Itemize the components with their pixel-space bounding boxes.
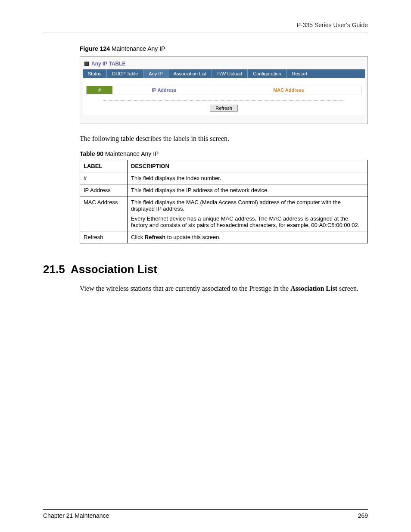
section-number: 21.5 [43, 263, 65, 276]
section-title: Association List [71, 263, 157, 276]
cell-desc: This field displays the MAC (Media Acces… [128, 196, 368, 231]
figure-caption: Figure 124 Maintenance Any IP [80, 45, 368, 52]
th-label: LABEL [80, 160, 128, 172]
header-guide-title: P-335 Series User's Guide [43, 22, 368, 28]
header-rule [43, 32, 368, 32]
table-caption-text: Maintenance Any IP [103, 150, 159, 157]
tab-any-ip[interactable]: Any IP [143, 69, 168, 78]
col-index: # [87, 86, 112, 94]
th-description: DESCRIPTION [128, 160, 368, 172]
cell-desc: Click Refresh to update this screen. [128, 231, 368, 243]
table-row: MAC Address This field displays the MAC … [80, 196, 368, 231]
tab-dhcp-table[interactable]: DHCP Table [107, 69, 143, 78]
figure-caption-number: Figure 124 [80, 45, 110, 52]
section-body: View the wireless stations that are curr… [80, 285, 368, 292]
bullet-icon [84, 62, 89, 66]
table-caption: Table 90 Maintenance Any IP [80, 150, 368, 157]
text-span: Click [131, 234, 145, 240]
table-row: # This field displays the index number. [80, 172, 368, 184]
col-ip-address: IP Address [112, 86, 216, 94]
tab-fw-upload[interactable]: F/W Upload [212, 69, 248, 78]
tab-configuration[interactable]: Configuration [248, 69, 286, 78]
intro-paragraph: The following table describes the labels… [80, 135, 368, 143]
cell-desc-p: This field displays the MAC (Media Acces… [131, 199, 364, 212]
text-span: screen. [337, 285, 358, 292]
cell-desc: This field displays the index number. [128, 172, 368, 184]
table-caption-number: Table 90 [80, 150, 103, 157]
text-bold: Refresh [145, 234, 165, 240]
cell-label: # [80, 172, 128, 184]
footer-chapter: Chapter 21 Maintenance [43, 512, 109, 519]
cell-desc-p: Click Refresh to update this screen. [131, 234, 364, 240]
page-footer: Chapter 21 Maintenance 269 [43, 509, 368, 519]
col-mac-address: MAC Address [216, 86, 361, 94]
section-heading: 21.5 Association List [43, 263, 368, 276]
footer-rule [43, 509, 368, 510]
figure-panel-title: Any IP TABLE [91, 61, 126, 67]
tab-restart[interactable]: Restart [287, 69, 365, 78]
cell-label: Refresh [80, 231, 128, 243]
footer-page-number: 269 [358, 512, 368, 519]
figure-column-headers: # IP Address MAC Address [86, 86, 361, 94]
text-bold: Association List [290, 285, 337, 292]
tab-status[interactable]: Status [83, 69, 107, 78]
tab-association-list[interactable]: Association List [168, 69, 212, 78]
table-row: IP Address This field displays the IP ad… [80, 184, 368, 196]
cell-desc-p: Every Ethernet device has a unique MAC a… [131, 215, 364, 228]
figure-caption-text: Maintenance Any IP [110, 45, 165, 52]
text-span: View the wireless stations that are curr… [80, 285, 290, 292]
description-table: LABEL DESCRIPTION # This field displays … [80, 160, 368, 243]
refresh-button[interactable]: Refresh [210, 105, 238, 112]
dotted-separator [103, 100, 344, 101]
cell-label: IP Address [80, 184, 128, 196]
cell-label: MAC Address [80, 196, 128, 231]
figure-tabs: Status DHCP Table Any IP Association Lis… [83, 69, 365, 78]
cell-desc-p: This field displays the index number. [131, 175, 364, 181]
text-span: to update this screen. [165, 234, 221, 240]
figure-inner: # IP Address MAC Address Refresh [83, 78, 365, 115]
figure-screenshot: Any IP TABLE Status DHCP Table Any IP As… [80, 56, 368, 124]
cell-desc: This field displays the IP address of th… [128, 184, 368, 196]
table-row: Refresh Click Refresh to update this scr… [80, 231, 368, 243]
figure-panel-title-bar: Any IP TABLE [83, 59, 365, 69]
cell-desc-p: This field displays the IP address of th… [131, 187, 364, 193]
